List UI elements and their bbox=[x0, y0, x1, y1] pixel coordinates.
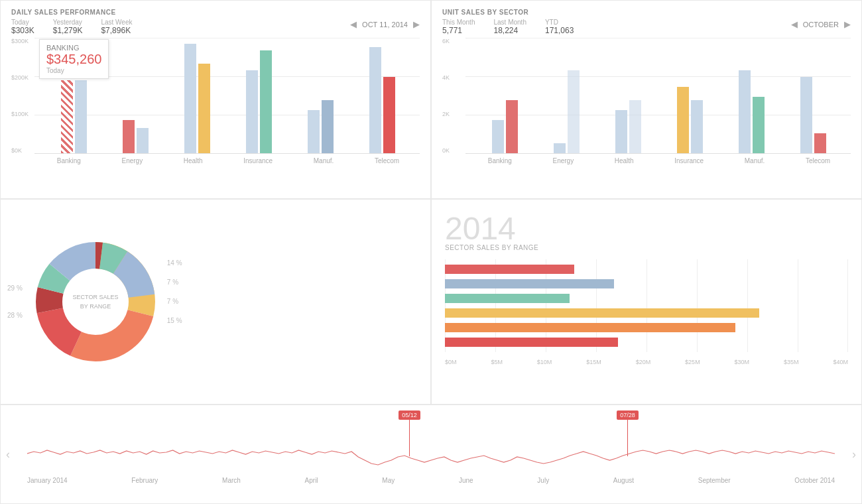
y-label-0k-unit: 0K bbox=[442, 147, 450, 154]
x-label-insurance: Insurance bbox=[243, 157, 273, 164]
donut-chart: SECTOR SALES BY RANGE bbox=[29, 235, 162, 368]
stat-last-month: Last Month 18,224 bbox=[493, 19, 526, 35]
tl-jun: June bbox=[459, 477, 473, 484]
unit-sales-chart: 6K 4K 2K 0K bbox=[442, 38, 851, 164]
bar-group-telecom bbox=[369, 47, 395, 153]
date-nav-unit: ◀ OCTOBER ▶ bbox=[791, 19, 851, 29]
hbar-row-2 bbox=[445, 279, 848, 289]
stat-today: Today $303K bbox=[11, 19, 34, 35]
hbar-axis-20m: $20M bbox=[636, 359, 651, 365]
unit-bar-insurance bbox=[677, 87, 703, 153]
timeline-chart: 05/12 07/28 bbox=[27, 410, 835, 477]
timeline-prev[interactable]: ‹ bbox=[6, 448, 10, 462]
unit-sales-stats: This Month 5,771 Last Month 18,224 YTD 1… bbox=[442, 19, 851, 35]
bar-energy-today bbox=[123, 120, 135, 153]
bar-group-energy bbox=[123, 120, 149, 153]
pct-7a: 7 % bbox=[167, 279, 178, 286]
unit-bar-telecom bbox=[800, 77, 826, 153]
unit-bar-banking-1 bbox=[492, 120, 504, 153]
tooltip-sector: BANKING bbox=[46, 44, 101, 52]
hbar-axis-10m: $10M bbox=[537, 359, 552, 365]
tl-jan: January 2014 bbox=[27, 477, 68, 484]
hbar-row-4 bbox=[445, 308, 848, 318]
bar-banking-prev bbox=[75, 80, 87, 153]
y-label-300k: $300K bbox=[11, 38, 29, 44]
sector-range-panel: 29 % 28 % SECTOR SALES BY RANGE bbox=[0, 199, 431, 405]
svg-text:SECTOR SALES: SECTOR SALES bbox=[72, 294, 118, 300]
x-label-energy: Energy bbox=[122, 157, 143, 164]
hbar-row-1 bbox=[445, 264, 848, 275]
daily-sales-chart: $300K $200K $100K $0K BANKING $345,260 T… bbox=[11, 38, 420, 164]
unit-bar-banking-2 bbox=[506, 100, 518, 153]
tl-mar: March bbox=[222, 477, 241, 484]
y-label-4k: 4K bbox=[442, 74, 450, 81]
timeline-next[interactable]: › bbox=[852, 448, 856, 462]
y-label-100k: $100K bbox=[11, 111, 29, 117]
x-label-health: Health bbox=[184, 157, 203, 164]
hbar-axis-25m: $25M bbox=[685, 359, 700, 365]
unit-bar-telecom-1 bbox=[800, 77, 812, 153]
tl-apr: April bbox=[305, 477, 318, 484]
hbar-axis-30m: $30M bbox=[735, 359, 750, 365]
prev-month-arrow[interactable]: ◀ bbox=[791, 19, 798, 29]
unit-bar-energy-2 bbox=[568, 70, 580, 153]
unit-bar-health-2 bbox=[629, 100, 641, 153]
sector-sales-label: SECTOR SALES BY RANGE bbox=[445, 244, 848, 251]
timeline-x-labels: January 2014 February March April May Ju… bbox=[27, 477, 835, 484]
bar-telecom-prev bbox=[383, 77, 395, 153]
unit-bar-manuf bbox=[739, 70, 765, 153]
current-month: OCTOBER bbox=[803, 21, 839, 29]
ux-label-insurance: Insurance bbox=[674, 157, 704, 164]
next-date-arrow[interactable]: ▶ bbox=[413, 19, 420, 29]
ux-label-manuf: Manuf. bbox=[745, 157, 765, 164]
svg-point-6 bbox=[64, 270, 127, 334]
tl-sep: September bbox=[698, 477, 731, 484]
year-label: 2014 bbox=[445, 210, 848, 247]
tl-oct: October 2014 bbox=[794, 477, 835, 484]
unit-sales-title: UNIT SALES BY SECTOR bbox=[442, 9, 851, 16]
stat-ytd: YTD 171,063 bbox=[545, 19, 574, 35]
unit-bar-health-1 bbox=[615, 110, 627, 153]
timeline-panel: ‹ › 05/12 07/28 January 2014 February Ma… bbox=[0, 405, 862, 504]
current-date: OCT 11, 2014 bbox=[362, 21, 408, 29]
y-label-2k: 2K bbox=[442, 111, 450, 117]
next-month-arrow[interactable]: ▶ bbox=[844, 19, 851, 29]
unit-bar-insurance-2 bbox=[691, 100, 703, 153]
pct-28: 28 % bbox=[7, 312, 23, 319]
y-label-0k: $0K bbox=[11, 147, 29, 154]
tl-aug: August bbox=[613, 477, 634, 484]
x-label-telecom: Telecom bbox=[375, 157, 399, 164]
x-label-manuf: Manuf. bbox=[314, 157, 334, 164]
prev-date-arrow[interactable]: ◀ bbox=[350, 19, 357, 29]
ux-label-banking: Banking bbox=[488, 157, 512, 164]
hbar-axis-15m: $15M bbox=[586, 359, 601, 365]
pct-7b: 7 % bbox=[167, 298, 178, 305]
unit-bar-chart bbox=[467, 38, 851, 154]
bar-group-manuf bbox=[308, 100, 334, 153]
date-nav-daily: ◀ OCT 11, 2014 ▶ bbox=[350, 19, 420, 29]
dashboard: DAILY SALES PERFORMANCE Today $303K Yest… bbox=[0, 0, 862, 504]
unit-sales-panel: UNIT SALES BY SECTOR This Month 5,771 La… bbox=[431, 0, 862, 199]
ux-label-energy: Energy bbox=[553, 157, 574, 164]
hbar-axis: $0M $5M $10M $15M $20M $25M $30M $35M $4… bbox=[445, 359, 848, 365]
bar-health-today bbox=[184, 44, 196, 153]
bar-group-insurance bbox=[246, 50, 272, 153]
y-label-6k: 6K bbox=[442, 38, 450, 44]
hbar-row-3 bbox=[445, 293, 848, 304]
daily-sales-title: DAILY SALES PERFORMANCE bbox=[11, 9, 420, 16]
unit-bar-energy-1 bbox=[554, 143, 566, 153]
stat-last-week: Last Week $7,896K bbox=[101, 19, 132, 35]
bar-health-prev bbox=[198, 64, 210, 153]
bar-energy-prev bbox=[137, 128, 149, 153]
bar-group-banking bbox=[61, 80, 87, 153]
unit-bar-health bbox=[615, 100, 641, 153]
ux-label-telecom: Telecom bbox=[806, 157, 830, 164]
unit-bar-energy bbox=[554, 70, 580, 153]
stat-yesterday: Yesterday $1,279K bbox=[53, 19, 83, 35]
hbar-panel: 2014 SECTOR SALES BY RANGE bbox=[431, 199, 862, 405]
x-axis-unit: Banking Energy Health Insurance Manuf. T… bbox=[467, 157, 851, 164]
ux-label-health: Health bbox=[615, 157, 634, 164]
hbar-axis-40m: $40M bbox=[833, 359, 848, 365]
unit-bar-telecom-2 bbox=[814, 133, 826, 153]
x-axis-daily: Banking Energy Health Insurance Manuf. T… bbox=[36, 157, 420, 164]
